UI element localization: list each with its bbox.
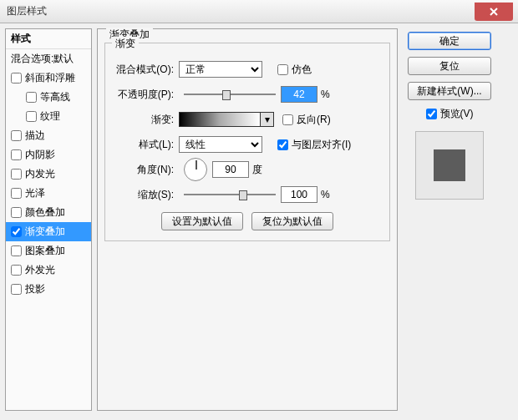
sidebar-item-label: 描边 [25,129,45,143]
cancel-button[interactable]: 复位 [408,57,491,75]
sidebar-item-contour[interactable]: 等高线 [6,88,91,107]
preview-label: 预览(V) [440,107,474,121]
reverse-checkbox[interactable] [282,114,293,125]
angle-value[interactable]: 90 [212,161,249,178]
sidebar-item-stroke[interactable]: 描边 [6,126,91,145]
chk-gradient-overlay[interactable] [11,226,22,237]
chk-color-overlay[interactable] [11,207,22,218]
titlebar: 图层样式 [0,0,518,23]
gradient-dropdown[interactable]: ▾ [261,112,274,127]
styles-sidebar: 样式 混合选项:默认 斜面和浮雕 等高线 纹理 描边 内阴影 内发光 光泽 颜色… [5,28,92,411]
sidebar-item-drop-shadow[interactable]: 投影 [6,280,91,299]
align-label: 与图层对齐(I) [292,138,351,152]
chk-drop-shadow[interactable] [11,284,22,295]
scale-slider[interactable] [184,188,276,201]
preview-checkbox[interactable] [426,109,437,119]
sidebar-item-bevel[interactable]: 斜面和浮雕 [6,68,91,88]
chk-bevel[interactable] [11,73,22,83]
angle-unit: 度 [252,163,262,177]
dither-label: 仿色 [292,63,312,77]
chk-inner-glow[interactable] [11,169,22,180]
chk-outer-glow[interactable] [11,265,22,276]
align-checkbox[interactable] [277,139,288,150]
sidebar-item-inner-glow[interactable]: 内发光 [6,164,91,184]
scale-unit: % [321,189,330,200]
opacity-slider[interactable] [184,88,276,101]
gradient-group: 渐变 混合模式(O): 正常 仿色 不透明度(P): 42 % 渐变: ▾ 反向… [104,43,390,241]
preview-swatch [434,149,465,181]
set-default-button[interactable]: 设置为默认值 [161,212,243,230]
dither-checkbox[interactable] [277,64,288,75]
angle-label: 角度(N): [114,163,174,177]
sidebar-item-inner-shadow[interactable]: 内阴影 [6,145,91,164]
sidebar-item-texture[interactable]: 纹理 [6,107,91,126]
sidebar-item-label: 光泽 [25,186,45,200]
sidebar-item-outer-glow[interactable]: 外发光 [6,261,91,280]
sidebar-item-label: 外发光 [25,263,55,277]
blend-mode-label: 混合模式(O): [114,63,174,77]
reset-default-button[interactable]: 复位为默认值 [251,212,333,230]
sidebar-item-label: 渐变叠加 [25,225,65,239]
sidebar-item-color-overlay[interactable]: 颜色叠加 [6,203,91,222]
right-panel: 确定 复位 新建样式(W)... 预览(V) [403,28,496,411]
sidebar-item-label: 斜面和浮雕 [25,71,75,85]
sidebar-blend-options[interactable]: 混合选项:默认 [6,49,91,68]
opacity-value[interactable]: 42 [281,86,317,103]
gradient-swatch[interactable] [179,112,261,127]
sidebar-item-label: 等高线 [40,90,70,104]
ok-button[interactable]: 确定 [408,32,491,50]
chk-texture[interactable] [26,111,37,122]
close-icon [489,7,499,17]
chk-pattern-overlay[interactable] [11,245,22,256]
chk-satin[interactable] [11,188,22,199]
new-style-button[interactable]: 新建样式(W)... [408,82,491,100]
group-label: 渐变 [112,37,139,51]
center-panel: 渐变叠加 渐变 混合模式(O): 正常 仿色 不透明度(P): 42 % 渐变:… [97,28,398,411]
gradient-label: 渐变: [114,113,174,127]
sidebar-item-label: 颜色叠加 [25,205,65,220]
sidebar-item-label: 内阴影 [25,148,55,162]
preview-box [415,131,484,200]
sidebar-header[interactable]: 样式 [6,29,91,49]
sidebar-item-label: 内发光 [25,167,55,181]
sidebar-item-gradient-overlay[interactable]: 渐变叠加 [6,222,91,241]
opacity-label: 不透明度(P): [114,88,174,102]
reverse-label: 反向(R) [297,113,331,127]
opacity-unit: % [321,89,330,100]
blend-mode-select[interactable]: 正常 [179,61,262,78]
sidebar-item-label: 图案叠加 [25,244,65,258]
window-title: 图层样式 [7,4,475,18]
style-select[interactable]: 线性 [179,136,262,153]
scale-label: 缩放(S): [114,188,174,202]
sidebar-item-label: 纹理 [40,109,60,124]
sidebar-item-satin[interactable]: 光泽 [6,184,91,203]
chk-contour[interactable] [26,92,37,103]
close-button[interactable] [475,3,513,21]
sidebar-item-pattern-overlay[interactable]: 图案叠加 [6,241,91,261]
chk-stroke[interactable] [11,130,22,141]
scale-value[interactable]: 100 [281,186,317,203]
style-label: 样式(L): [114,138,174,152]
angle-dial[interactable] [184,158,207,181]
sidebar-item-label: 投影 [25,282,45,296]
chk-inner-shadow[interactable] [11,149,22,160]
